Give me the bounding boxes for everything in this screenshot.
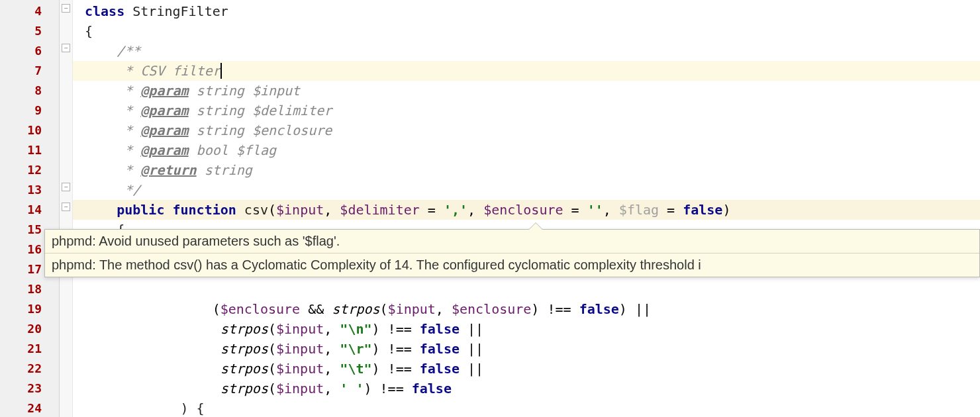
paren: ( [268, 361, 276, 377]
inspection-message: phpmd: The method csv() has a Cyclomatic… [45, 253, 979, 277]
variable-unused: $flag [619, 202, 659, 218]
keyword: function [172, 202, 236, 218]
text-caret [220, 63, 222, 79]
code-line[interactable]: strpos($input, "\r") !== false || [73, 339, 980, 359]
line-number-gutter: 4 5 6 7 8 9 10 11 12 13 14 15 16 17 18 1… [0, 0, 60, 417]
line-number: 20 [0, 319, 59, 339]
operator: !== [380, 361, 420, 377]
doc-tag: @param [140, 103, 188, 118]
variable: $enclosure [483, 202, 563, 218]
code-line[interactable]: * @param string $delimiter [73, 101, 980, 120]
fold-toggle-icon[interactable]: − [62, 203, 70, 211]
code-editor[interactable]: 4 5 6 7 8 9 10 11 12 13 14 15 16 17 18 1… [0, 0, 980, 417]
variable: $input [276, 341, 324, 357]
code-line[interactable]: */ [73, 180, 980, 200]
fold-toggle-icon[interactable]: − [62, 183, 70, 191]
doc-tag: @param [140, 83, 188, 99]
boolean-literal: false [412, 381, 452, 396]
operator: !== [372, 381, 412, 396]
comma: , [324, 321, 340, 337]
function-call: strpos [332, 301, 379, 317]
inspection-tooltip: phpmd: Avoid unused parameters such as '… [44, 229, 980, 277]
code-line[interactable]: strpos($input, "\n") !== false || [73, 319, 980, 339]
operator: || [460, 321, 483, 337]
operator: = [659, 202, 683, 218]
function-call: strpos [220, 381, 268, 396]
comma: , [324, 381, 340, 396]
code-area[interactable]: class StringFilter { /** * CSV filter * … [73, 0, 980, 417]
operator: !== [380, 321, 420, 337]
code-line[interactable]: ) { [73, 398, 980, 417]
line-number: 19 [0, 299, 59, 319]
doc-comment: * [117, 103, 140, 118]
doc-comment: * [117, 142, 140, 158]
line-number: 6 [0, 41, 59, 61]
comma: , [324, 361, 340, 377]
string-literal: ' ' [340, 381, 364, 396]
paren: ( [268, 321, 276, 337]
line-number: 13 [0, 180, 59, 200]
doc-comment-text: CSV filter [140, 63, 220, 79]
operator: || [460, 341, 483, 357]
comma: , [324, 202, 340, 218]
line-number: 12 [0, 160, 59, 180]
string-literal: "\n" [340, 321, 371, 337]
function-call: strpos [220, 361, 268, 377]
class-name: StringFilter [132, 3, 228, 19]
boolean-literal: false [683, 202, 722, 218]
code-line[interactable]: * @param bool $flag [73, 140, 980, 160]
doc-comment-text: string $input [189, 83, 301, 99]
line-number: 23 [0, 379, 59, 398]
code-line[interactable]: * @param string $enclosure [73, 120, 980, 140]
code-line[interactable]: strpos($input, ' ') !== false [73, 379, 980, 398]
variable: $input [276, 202, 324, 218]
doc-comment-text: string $delimiter [189, 103, 332, 118]
line-number: 5 [0, 21, 59, 41]
function-call: strpos [220, 321, 268, 337]
string-literal: ',' [444, 202, 467, 218]
brace: { [85, 23, 93, 39]
code-line[interactable] [73, 279, 980, 299]
fold-toggle-icon[interactable]: − [62, 4, 70, 13]
code-line[interactable]: public function csv($input, $delimiter =… [73, 200, 980, 220]
line-number: 10 [0, 120, 59, 140]
paren: ) [619, 301, 627, 317]
line-number: 22 [0, 359, 59, 379]
code-line[interactable]: ($enclosure && strpos($input, $enclosure… [73, 299, 980, 319]
code-line[interactable]: class StringFilter [73, 1, 980, 21]
code-line[interactable]: * @param string $input [73, 81, 980, 101]
variable: $input [276, 361, 324, 377]
code-line[interactable]: { [73, 21, 980, 41]
paren: ( [380, 301, 388, 317]
paren: ) [372, 341, 380, 357]
paren: ( [268, 202, 276, 218]
boolean-literal: false [420, 341, 460, 357]
paren: ) [372, 361, 380, 377]
function-name: csv [244, 202, 268, 218]
variable: $input [276, 381, 324, 396]
code-line[interactable]: strpos($input, "\t") !== false || [73, 359, 980, 379]
doc-comment-text: bool $flag [189, 142, 276, 158]
variable: $enclosure [220, 301, 300, 317]
code-line[interactable]: * @return string [73, 160, 980, 180]
string-literal: "\r" [340, 341, 371, 357]
operator: !== [539, 301, 579, 317]
paren: ( [268, 341, 276, 357]
boolean-literal: false [420, 361, 460, 377]
tooltip-arrow-icon [528, 222, 543, 230]
code-line[interactable]: /** [73, 41, 980, 61]
doc-tag: @param [140, 142, 188, 158]
fold-toggle-icon[interactable]: − [62, 44, 70, 52]
doc-comment: * [117, 83, 140, 99]
string-literal: '' [587, 202, 603, 218]
doc-tag: @param [140, 122, 188, 138]
doc-comment: * [117, 122, 140, 138]
line-number: 11 [0, 140, 59, 160]
variable: $input [388, 301, 436, 317]
code-line[interactable]: * CSV filter [73, 61, 980, 81]
variable: $delimiter [340, 202, 419, 218]
operator: || [627, 301, 651, 317]
paren: ) [722, 202, 730, 218]
doc-comment: * [117, 162, 140, 178]
boolean-literal: false [579, 301, 619, 317]
